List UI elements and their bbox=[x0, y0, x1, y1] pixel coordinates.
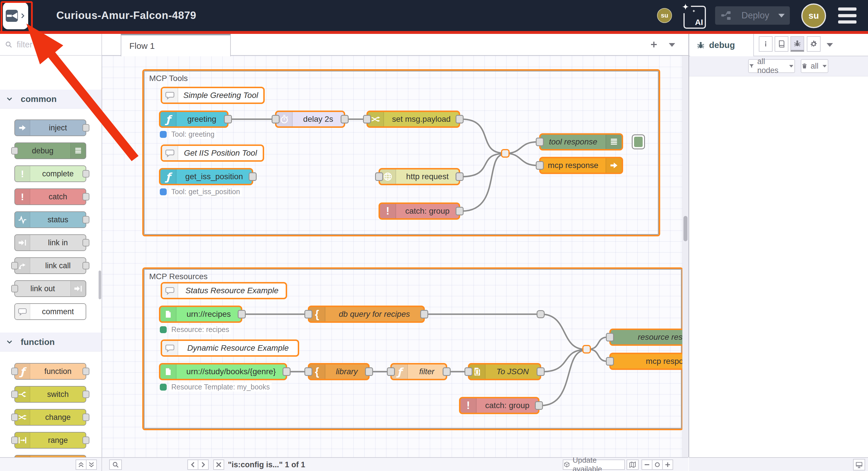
debug-enable-toggle[interactable] bbox=[632, 134, 645, 149]
palette-category-function[interactable]: function bbox=[0, 333, 101, 351]
palette-node-comment[interactable]: comment bbox=[14, 303, 86, 320]
input-port[interactable] bbox=[304, 310, 312, 318]
palette-node-change[interactable]: change bbox=[14, 409, 86, 426]
node-http-request[interactable]: http request bbox=[378, 168, 460, 185]
search-flows-button[interactable] bbox=[109, 460, 122, 470]
output-port[interactable] bbox=[83, 437, 89, 444]
node-set-msg-payload[interactable]: set msg.payload bbox=[367, 110, 460, 128]
output-port[interactable] bbox=[83, 216, 89, 224]
palette-node-link-out[interactable]: link out bbox=[14, 280, 86, 297]
tab-debug[interactable]: debug bbox=[690, 34, 754, 56]
output-port[interactable] bbox=[83, 239, 89, 246]
node-delay-2s[interactable]: delay 2s bbox=[275, 110, 345, 128]
input-port[interactable] bbox=[11, 285, 18, 292]
node-filter[interactable]: ƒ filter bbox=[390, 363, 447, 380]
output-port[interactable] bbox=[83, 413, 89, 421]
palette-category-common[interactable]: common bbox=[0, 90, 101, 108]
output-port[interactable] bbox=[83, 124, 89, 132]
node-to-json[interactable]: {} To JSON bbox=[468, 363, 541, 380]
node-catch-group-tools[interactable]: ! catch: group bbox=[378, 202, 460, 220]
output-port[interactable] bbox=[83, 391, 89, 398]
palette-node-switch[interactable]: switch bbox=[14, 386, 86, 403]
node-catch-group-resources[interactable]: ! catch: group bbox=[459, 397, 539, 414]
deploy-caret-icon[interactable] bbox=[778, 14, 785, 18]
palette-search[interactable] bbox=[0, 34, 101, 56]
flow-list-caret[interactable] bbox=[669, 43, 675, 47]
node-urn-recipes[interactable]: urn://recipes bbox=[159, 306, 242, 323]
input-port[interactable] bbox=[536, 138, 544, 146]
output-port[interactable] bbox=[443, 367, 451, 376]
output-port[interactable] bbox=[456, 115, 464, 124]
output-port[interactable] bbox=[83, 170, 89, 177]
search-close-button[interactable] bbox=[213, 460, 224, 470]
palette-node-inject[interactable]: inject bbox=[14, 120, 86, 136]
debug-clear-button[interactable]: all bbox=[801, 59, 828, 73]
palette-collapse-down-button[interactable] bbox=[86, 460, 97, 470]
zoom-out-button[interactable] bbox=[642, 460, 652, 470]
palette-node-debug[interactable]: debug bbox=[14, 142, 86, 159]
palette-scrollbar-thumb[interactable] bbox=[99, 271, 101, 299]
canvas-scrollbar[interactable] bbox=[682, 56, 689, 457]
wire-junction[interactable] bbox=[537, 310, 545, 318]
input-port[interactable] bbox=[375, 172, 383, 181]
wire-junction[interactable] bbox=[501, 149, 509, 158]
search-next-button[interactable] bbox=[198, 460, 209, 470]
comment-get-iss-position-tool[interactable]: Get IIS Position Tool bbox=[161, 144, 264, 162]
deploy-button[interactable]: Deploy bbox=[715, 6, 790, 25]
node-resource-response[interactable]: resource response bbox=[609, 329, 688, 346]
help-panel-button[interactable] bbox=[775, 36, 788, 52]
debug-message-list[interactable] bbox=[689, 77, 868, 457]
node-mcp-response-resources[interactable]: mcp response bbox=[609, 353, 688, 370]
palette-node-link-call[interactable]: link call bbox=[14, 257, 86, 274]
node-mcp-response-tools[interactable]: mcp response bbox=[539, 157, 623, 174]
node-greeting[interactable]: ƒ greeting bbox=[159, 110, 228, 128]
info-panel-button[interactable] bbox=[759, 36, 773, 52]
node-library[interactable]: { library bbox=[308, 363, 370, 380]
input-port[interactable] bbox=[11, 391, 18, 398]
comment-simple-greeting-tool[interactable]: Simple Greeting Tool bbox=[161, 87, 265, 104]
input-port[interactable] bbox=[11, 368, 18, 375]
update-available-button[interactable]: Update available bbox=[563, 460, 625, 470]
input-port[interactable] bbox=[11, 262, 18, 269]
output-port[interactable] bbox=[365, 367, 373, 376]
add-flow-button[interactable] bbox=[650, 40, 658, 49]
input-port[interactable] bbox=[272, 115, 280, 124]
user-badge-small[interactable]: su bbox=[657, 8, 672, 23]
comment-dynamic-resource-example[interactable]: Dynamic Resource Example bbox=[161, 339, 299, 357]
zoom-reset-button[interactable] bbox=[652, 460, 663, 470]
palette-node-status[interactable]: status bbox=[14, 211, 86, 228]
output-port[interactable] bbox=[83, 262, 89, 269]
main-menu-button[interactable] bbox=[838, 7, 857, 24]
output-port[interactable] bbox=[537, 367, 545, 376]
zoom-in-button[interactable] bbox=[662, 460, 673, 470]
search-prev-button[interactable] bbox=[187, 460, 198, 470]
wire-junction[interactable] bbox=[582, 345, 591, 354]
input-port[interactable] bbox=[606, 357, 614, 366]
palette-collapse-up-button[interactable] bbox=[75, 460, 87, 470]
input-port[interactable] bbox=[11, 413, 18, 421]
output-port[interactable] bbox=[456, 207, 464, 215]
node-db-query-for-recipes[interactable]: { db query for recipes bbox=[308, 306, 425, 323]
input-port[interactable] bbox=[606, 333, 614, 341]
sidebar-menu-caret[interactable] bbox=[827, 43, 833, 47]
output-port[interactable] bbox=[83, 368, 89, 375]
output-port[interactable] bbox=[420, 310, 428, 318]
palette-node-function[interactable]: ƒ function bbox=[14, 363, 86, 380]
input-port[interactable] bbox=[363, 115, 371, 124]
input-port[interactable] bbox=[11, 437, 18, 444]
output-port[interactable] bbox=[249, 172, 257, 181]
ai-assistant-button[interactable]: AI bbox=[683, 6, 706, 29]
input-port[interactable] bbox=[387, 367, 395, 376]
palette-filter-input[interactable] bbox=[16, 40, 86, 50]
debug-panel-button[interactable] bbox=[790, 36, 804, 52]
output-port[interactable] bbox=[456, 172, 464, 181]
output-port[interactable] bbox=[535, 401, 543, 410]
tab-flow-1[interactable]: Flow 1 bbox=[121, 34, 231, 56]
palette-node-complete[interactable]: ! complete bbox=[14, 165, 86, 182]
input-port[interactable] bbox=[304, 367, 312, 376]
palette-node-catch[interactable]: ! catch bbox=[14, 189, 86, 205]
canvas-scrollbar-thumb[interactable] bbox=[683, 216, 687, 241]
output-port[interactable] bbox=[341, 115, 349, 124]
config-panel-button[interactable] bbox=[807, 36, 820, 52]
node-tool-response[interactable]: tool response bbox=[539, 133, 623, 150]
